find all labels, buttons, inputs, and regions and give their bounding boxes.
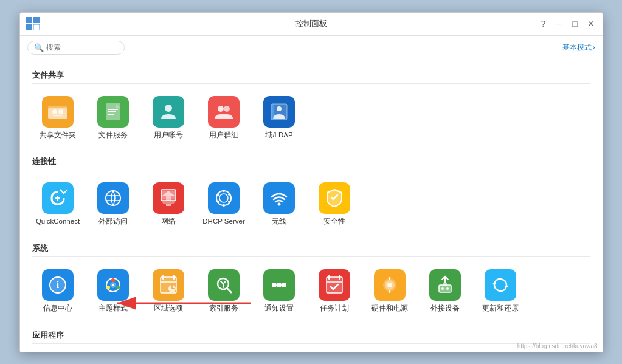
- security-label: 安全性: [323, 217, 345, 226]
- update-label: 更新和还原: [482, 304, 519, 313]
- external-access-icon: [97, 182, 129, 214]
- svg-marker-18: [161, 201, 176, 204]
- svg-point-36: [116, 286, 120, 289]
- svg-rect-19: [166, 204, 171, 206]
- svg-rect-51: [339, 275, 340, 280]
- svg-rect-40: [162, 275, 164, 280]
- task-icon: [319, 269, 350, 301]
- wireless-icon: [263, 182, 295, 214]
- mode-toggle[interactable]: 基本模式 ›: [562, 43, 595, 53]
- item-region[interactable]: 区域选项: [143, 264, 195, 318]
- task-label: 任务计划: [320, 304, 349, 313]
- quickconnect-label: QuickConnect: [36, 217, 80, 226]
- search-box[interactable]: 🔍: [27, 41, 125, 55]
- item-file-service[interactable]: 文件服务: [88, 91, 139, 145]
- file-service-label: 文件服务: [98, 131, 128, 140]
- svg-point-38: [112, 284, 114, 286]
- control-panel-window: 控制面板 ? ─ □ ✕ 🔍 基本模式 › 文件共享: [19, 12, 603, 352]
- svg-point-25: [228, 193, 230, 196]
- svg-point-7: [58, 109, 63, 114]
- minimize-button[interactable]: ─: [554, 18, 565, 29]
- item-theme[interactable]: 主题样式: [88, 264, 139, 318]
- svg-point-6: [52, 109, 57, 114]
- svg-point-61: [446, 287, 449, 290]
- svg-point-48: [282, 283, 286, 287]
- info-center-label: 信息中心: [43, 304, 72, 313]
- item-user-group[interactable]: 用户群组: [198, 91, 250, 145]
- external-device-label: 外接设备: [430, 304, 460, 313]
- section-connectivity-header: 连接性: [32, 153, 590, 170]
- security-icon: [319, 182, 350, 214]
- user-group-icon: [208, 96, 240, 128]
- item-hardware[interactable]: 硬件和电源: [364, 264, 416, 318]
- section-system: 系统 i 信息中心: [32, 239, 590, 320]
- svg-point-27: [228, 201, 230, 203]
- section-file-sharing-header: 文件共享: [32, 66, 590, 84]
- item-dhcp-server[interactable]: DHCP Server: [198, 177, 250, 231]
- item-user-account[interactable]: 用户帐号: [143, 91, 195, 145]
- svg-point-10: [218, 106, 224, 112]
- update-icon: [485, 269, 516, 301]
- svg-point-34: [111, 278, 115, 282]
- content-area: 文件共享 共享文件夹: [20, 60, 603, 352]
- section-apps: 应用程序 权限: [32, 326, 590, 351]
- item-network[interactable]: 网络: [143, 177, 195, 231]
- apps-grid: 权限 Synology 应用程序门户: [32, 349, 590, 351]
- search-icon: 🔍: [34, 43, 44, 52]
- network-label: 网络: [161, 217, 176, 226]
- theme-label: 主题样式: [98, 304, 128, 313]
- item-update[interactable]: 更新和还原: [475, 264, 527, 318]
- svg-point-22: [216, 191, 231, 205]
- svg-point-60: [441, 287, 444, 290]
- svg-rect-50: [328, 275, 330, 280]
- maximize-button[interactable]: □: [570, 18, 581, 29]
- dhcp-server-label: DHCP Server: [202, 217, 244, 226]
- svg-rect-21: [166, 196, 171, 201]
- hardware-label: 硬件和电源: [371, 304, 408, 313]
- help-button[interactable]: ?: [538, 18, 549, 29]
- svg-marker-62: [492, 283, 496, 286]
- mode-arrow-icon: ›: [593, 43, 595, 52]
- svg-rect-3: [33, 24, 40, 30]
- close-button[interactable]: ✕: [586, 18, 596, 29]
- item-index[interactable]: 索引服务: [198, 264, 250, 318]
- section-system-header: 系统: [32, 239, 590, 257]
- item-domain-ldap[interactable]: 域/LDAP: [254, 91, 305, 145]
- svg-point-13: [277, 106, 282, 111]
- external-device-icon: [429, 269, 461, 301]
- wireless-label: 无线: [272, 217, 286, 226]
- svg-point-11: [224, 106, 230, 112]
- item-security[interactable]: 安全性: [309, 177, 361, 231]
- item-external-access[interactable]: 外部访问: [88, 177, 139, 231]
- item-task[interactable]: 任务计划: [309, 264, 361, 318]
- section-file-sharing: 文件共享 共享文件夹: [32, 66, 590, 147]
- title-bar: 控制面板 ? ─ □ ✕: [20, 13, 603, 36]
- quickconnect-icon: [42, 182, 74, 214]
- svg-point-28: [223, 190, 225, 192]
- svg-point-15: [106, 191, 120, 205]
- svg-point-26: [217, 201, 219, 203]
- search-input[interactable]: [46, 43, 125, 52]
- svg-marker-63: [505, 284, 508, 287]
- svg-point-55: [387, 283, 392, 287]
- window-controls: ? ─ □ ✕: [538, 18, 596, 29]
- notification-label: 通知设置: [264, 304, 294, 313]
- theme-icon: [97, 269, 129, 301]
- item-info-center[interactable]: i 信息中心: [32, 264, 84, 318]
- section-connectivity: 连接性 QuickConnect: [32, 153, 590, 233]
- window-title: 控制面板: [295, 18, 327, 29]
- mode-label: 基本模式: [562, 43, 592, 53]
- svg-point-30: [278, 203, 281, 206]
- external-access-label: 外部访问: [98, 217, 128, 226]
- region-label: 区域选项: [154, 304, 183, 313]
- svg-point-29: [223, 204, 225, 207]
- item-external-device[interactable]: 外接设备: [420, 264, 471, 318]
- svg-rect-41: [173, 275, 175, 280]
- item-wireless[interactable]: 无线: [254, 177, 305, 231]
- svg-rect-5: [48, 108, 67, 119]
- user-group-label: 用户群组: [209, 131, 238, 140]
- item-notification[interactable]: 通知设置: [254, 264, 305, 318]
- item-quickconnect[interactable]: QuickConnect: [32, 177, 84, 231]
- item-shared-folder[interactable]: 共享文件夹: [32, 91, 84, 145]
- svg-line-45: [227, 288, 231, 292]
